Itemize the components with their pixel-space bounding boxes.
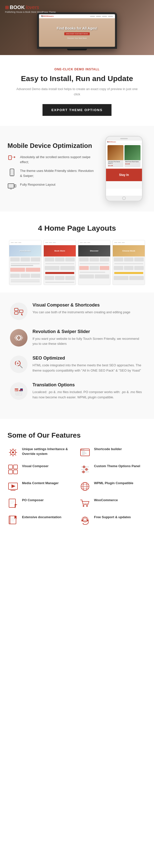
svg-line-46 xyxy=(15,450,16,451)
visual-composer-grid-icon xyxy=(7,464,19,475)
layout-text-4a xyxy=(114,263,143,264)
svg-point-54 xyxy=(82,450,83,450)
media-content-icon xyxy=(7,481,19,492)
visual-composer-grid-text: Visual Composer xyxy=(22,464,49,468)
svg-text:EN: EN xyxy=(21,390,22,391)
laptop-stand xyxy=(67,49,87,50)
mobile-feature-1: Absolutely all the scrolled sections sup… xyxy=(7,155,96,164)
svg-rect-13 xyxy=(20,310,23,312)
laptop-outer: 📚BOOKlovers Find Books for All Ages! DIS… xyxy=(37,12,117,49)
seo-content: SEO Optimized HTML code integrated into … xyxy=(32,355,144,373)
svg-rect-11 xyxy=(14,308,18,311)
layout-text-2b xyxy=(45,282,74,283)
svg-rect-59 xyxy=(13,470,18,474)
svg-marker-17 xyxy=(21,313,23,316)
svg-point-65 xyxy=(86,469,87,470)
svg-point-5 xyxy=(12,175,12,176)
layout-header-4 xyxy=(113,240,145,245)
extensive-docs-text: Extensive documentation xyxy=(22,515,61,520)
shortcode-builder-label: Shortcode builder xyxy=(94,447,122,452)
phone-nav-logo: 📚BOOKlovers xyxy=(107,141,116,143)
mobile-feature-3: Fully Responsive Layout xyxy=(7,182,96,191)
wpml-label: WPML Plugin Compatible xyxy=(94,481,133,486)
feature-visual-composer: Visual Composer & Shortcodes You can use… xyxy=(10,303,144,320)
svg-rect-30 xyxy=(20,389,23,389)
svg-point-83 xyxy=(83,505,84,507)
laptop-mockup: 📚BOOKlovers Find Books for All Ages! DIS… xyxy=(37,12,117,50)
layout-thumb-4: Choose Book xyxy=(113,240,145,285)
mobile-feature-2: The theme uses Mobile Friendly sliders: … xyxy=(7,168,96,178)
svg-rect-57 xyxy=(13,465,18,469)
layouts-grid: Find Books Book Store xyxy=(5,240,149,285)
layout-content-3b xyxy=(78,265,110,271)
phone-book-cards: The End (The Secret Book 3) $11.99 Wild … xyxy=(106,144,142,168)
brand-header: ⊞ BOOKlovers Publishing House & Book Sto… xyxy=(5,4,56,13)
layout-header-2 xyxy=(44,240,76,245)
translation-content: Translation Options Localiced: .po & .mo… xyxy=(32,382,144,400)
layout-hero-4: Choose Book xyxy=(113,245,145,256)
svg-rect-58 xyxy=(8,470,12,474)
seo-icon-wrap xyxy=(10,355,28,373)
phone-speaker xyxy=(120,138,128,139)
layout-text-2a xyxy=(45,263,74,264)
po-composer-text: PO Composer xyxy=(22,498,44,502)
woocommerce-label: WooCommerce xyxy=(94,498,118,502)
visual-composer-title: Visual Composer & Shortcodes xyxy=(32,303,130,308)
revolution-icon-wrap xyxy=(10,329,28,346)
phone-bottom xyxy=(106,196,142,201)
brand-text-book: BOOK xyxy=(10,4,25,10)
brand-icon: ⊞ xyxy=(5,5,9,10)
svg-point-68 xyxy=(83,471,84,472)
layout-text-1d xyxy=(11,281,40,282)
extensive-docs-label: Extensive documentation xyxy=(22,515,61,520)
feature-revolution-swiper: Revolution & Swiper Slider If you want y… xyxy=(10,329,144,347)
layouts-title: 4 Home Page Layouts xyxy=(5,224,149,232)
unique-settings-icon xyxy=(7,447,19,458)
svg-marker-70 xyxy=(11,485,16,488)
phone-book-img-2 xyxy=(124,145,141,160)
our-feature-extensive-docs: Extensive documentation xyxy=(7,515,74,526)
svg-line-44 xyxy=(10,450,11,451)
layout-text-1a xyxy=(11,263,40,264)
layout-hero-2: Book Store xyxy=(44,245,76,256)
our-feature-shortcode-builder: Shortcode builder xyxy=(80,447,147,458)
phone-book-card-2: Wild Flower Book Name $19.99 xyxy=(124,145,141,167)
layout-text-3a xyxy=(80,263,109,264)
mobile-feature-text-1: Absolutely all the scrolled sections sup… xyxy=(20,155,96,164)
po-composer-icon xyxy=(7,498,19,509)
brand-text-lovers: lovers xyxy=(26,4,39,10)
our-feature-free-support: Free Support & updates xyxy=(80,515,147,526)
mobile-phone-icon xyxy=(7,168,17,177)
free-support-text: Free Support & updates xyxy=(94,515,131,520)
our-feature-unique-settings: Unique settings Inheritance & Override s… xyxy=(7,447,74,458)
our-features-title: Some of Our Features xyxy=(7,431,147,439)
phone-book-title-2: Wild Flower Book Name xyxy=(124,160,141,163)
export-button[interactable]: EXPORT THEME OPTIONS xyxy=(42,104,112,116)
seo-desc: HTML code integrated into the theme meet… xyxy=(32,363,144,373)
laptop-nav-logo: 📚BOOKlovers xyxy=(41,15,54,17)
svg-rect-96 xyxy=(82,520,83,522)
laptop-sub-text: Discover Your Next Book xyxy=(67,37,87,39)
layout-hero-3: Discover xyxy=(78,245,110,256)
svg-point-95 xyxy=(84,518,87,521)
layout-content-4c xyxy=(113,275,145,281)
visual-composer-desc: You can use both of the instruments when… xyxy=(32,310,130,315)
svg-point-55 xyxy=(84,450,84,450)
responsive-icon xyxy=(7,182,17,191)
shortcode-builder-icon xyxy=(80,447,91,458)
layouts-section: 4 Home Page Layouts Find Books xyxy=(0,211,154,292)
phone-top xyxy=(106,136,142,141)
seo-icon xyxy=(14,359,24,369)
wpml-text: WPML Plugin Compatible xyxy=(94,481,133,486)
translation-desc: Localiced: .po & .mo files included. PO … xyxy=(32,390,144,400)
revolution-swiper-icon xyxy=(14,333,24,343)
phone-book-img-1 xyxy=(107,145,123,160)
layout-hero-1: Find Books xyxy=(9,245,41,256)
svg-rect-10 xyxy=(15,185,16,187)
our-feature-custom-theme: Custom Theme Options Panel xyxy=(80,464,147,475)
laptop-cta-btn: DISCOVER YOUR NEXT BOOK xyxy=(64,32,90,35)
seo-title: SEO Optimized xyxy=(32,355,144,361)
layout-header-3 xyxy=(78,240,110,245)
layout-text-1c xyxy=(11,279,40,280)
revolution-swiper-desc: If you want your website to be fully Tou… xyxy=(32,336,144,347)
